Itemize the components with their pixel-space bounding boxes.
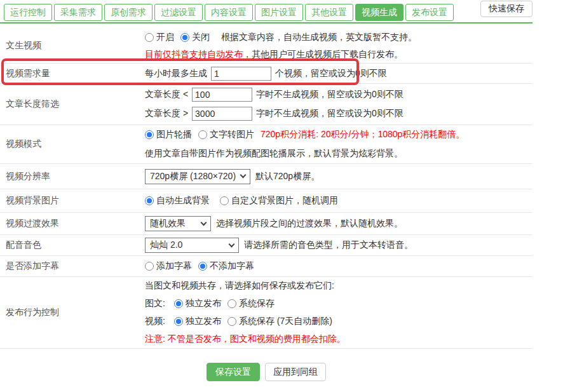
video-label: 视频: [145,316,165,327]
max-length-input[interactable] [192,107,252,121]
row-label: 视频模式 [0,139,145,150]
radio-subtitle-add[interactable]: 添加字幕 [145,260,192,272]
chevron-down-icon [240,172,247,179]
row-publish-behavior: 发布行为控制 当图文和视频共存，请选择如何保存或发布它们: 图文: 独立发布 系… [0,277,532,349]
mode-desc: 使用文章自带图片作为视频配图轮播展示，默认背景为炫彩背景。 [145,148,403,159]
demand-prefix: 每小时最多生成 [145,68,207,79]
settings-table: 文生视频 开启 关闭 根据文章内容，自动生成视频，英文版暂不支持。 目前仅抖音支… [0,29,532,349]
ttv-note-rest: ，其他用户可生成视频后下载自行发布。 [243,49,403,60]
row-label: 视频背景图片 [0,195,145,206]
row-label: 视频需求量 [0,68,145,79]
publish-intro: 当图文和视频共存，请选择如何保存或发布它们: [145,280,334,292]
quick-save-button[interactable]: 快速保存 [480,1,532,17]
ttv-note-red: 目前仅抖音支持自动发布 [145,49,243,60]
max-length-prefix: 文章长度 > [145,108,188,119]
radio-ttv-off[interactable]: 关闭 [180,32,210,43]
radio-imagetext-independent[interactable]: 独立发布 [174,298,221,309]
row-length-filter: 文章长度筛选 文章长度 < 字时不生成视频，留空或设为0则不限 文章长度 > 字… [0,84,532,125]
row-label: 配音音色 [0,240,145,251]
radio-ttv-on[interactable]: 开启 [145,32,174,43]
row-label: 视频过渡效果 [0,218,145,229]
min-length-input[interactable] [192,88,252,102]
row-video-demand: 视频需求量 每小时最多生成 个视频，留空或设为0则不限 [0,64,532,84]
max-length-suffix: 字时不生成视频，留空或设为0则不限 [256,108,404,119]
radio-bg-auto[interactable]: 自动生成背景 [145,195,210,206]
radio-mode-text2img[interactable]: 文字转图片 [198,129,254,140]
tab-bar: 运行控制 采集需求 原创需求 过滤设置 内容设置 图片设置 其他设置 视频生成 … [0,0,532,24]
demand-suffix: 个视频，留空或设为0则不限 [275,68,387,79]
radio-mode-carousel[interactable]: 图片轮播 [145,129,192,140]
transition-desc: 选择视频片段之间的过渡效果，默认随机效果。 [216,218,403,229]
footer-actions: 保存设置 应用到同组 [0,363,532,381]
radio-video-independent[interactable]: 独立发布 [174,316,221,327]
apply-to-group-button[interactable]: 应用到同组 [265,363,326,381]
radio-imagetext-systemsave[interactable]: 系统保存 [227,298,275,309]
mode-cost-note: 720p积分消耗: 20积分/分钟；1080p积分消耗翻倍。 [261,129,465,140]
radio-dot-icon[interactable] [174,299,183,308]
radio-circle-icon[interactable] [227,299,236,308]
tab-run-control[interactable]: 运行控制 [4,4,52,21]
row-subtitle: 是否添加字幕 添加字幕 不添加字幕 [0,256,532,277]
row-label: 发布行为控制 [0,307,145,318]
save-settings-button[interactable]: 保存设置 [207,363,260,381]
radio-dot-icon[interactable] [180,33,189,42]
radio-circle-icon[interactable] [145,262,154,271]
row-transition: 视频过渡效果 随机效果 选择视频片段之间的过渡效果，默认随机效果。 [0,213,532,235]
radio-bg-custom[interactable]: 自定义背景图片，随机调用 [220,195,338,206]
tab-list: 运行控制 采集需求 原创需求 过滤设置 内容设置 图片设置 其他设置 视频生成 … [0,4,532,21]
tab-collect-demand[interactable]: 采集需求 [54,4,102,21]
row-video-mode: 视频模式 图片轮播 文字转图片 720p积分消耗: 20积分/分钟；1080p积… [0,125,532,164]
tab-filter-settings[interactable]: 过滤设置 [154,4,203,21]
radio-dot-icon[interactable] [145,130,154,139]
demand-input[interactable] [211,67,271,81]
publish-warning: 注意: 不管是否发布，图文和视频的费用都会扣除。 [145,334,346,345]
chevron-down-icon [201,219,207,226]
row-text-to-video: 文生视频 开启 关闭 根据文章内容，自动生成视频，英文版暂不支持。 目前仅抖音支… [0,29,532,64]
radio-dot-icon[interactable] [198,262,207,271]
min-length-prefix: 文章长度 < [145,89,188,100]
resolution-select[interactable]: 720p横屏 (1280×720) [145,169,250,184]
row-resolution: 视频分辨率 720p横屏 (1280×720) 默认720p横屏。 [0,164,532,189]
transition-select[interactable]: 随机效果 [145,216,211,231]
tab-other-settings[interactable]: 其他设置 [305,4,353,21]
tab-original-demand[interactable]: 原创需求 [104,4,153,21]
radio-circle-icon[interactable] [227,317,236,326]
chevron-down-icon [229,241,235,247]
radio-circle-icon[interactable] [198,130,207,139]
min-length-suffix: 字时不生成视频，留空或设为0则不限 [256,89,404,100]
tab-video-generation[interactable]: 视频生成 [355,4,404,21]
imagetext-label: 图文: [145,298,165,309]
row-label: 文生视频 [0,40,145,51]
row-voice: 配音音色 灿灿 2.0 请选择所需的音色类型，用于文本转语音。 [0,235,532,256]
ttv-desc: 根据文章内容，自动生成视频，英文版暂不支持。 [221,32,417,43]
tab-content-settings[interactable]: 内容设置 [205,4,253,21]
radio-video-systemsave[interactable]: 系统保存 (7天自动删除) [227,316,332,327]
radio-dot-icon[interactable] [145,196,154,205]
voice-desc: 请选择所需的音色类型，用于文本转语音。 [244,240,413,251]
video-generation-settings-page: 运行控制 采集需求 原创需求 过滤设置 内容设置 图片设置 其他设置 视频生成 … [0,0,563,392]
row-background: 视频背景图片 自动生成背景 自定义背景图片，随机调用 [0,189,532,213]
row-label: 视频分辨率 [0,171,145,182]
radio-subtitle-none[interactable]: 不添加字幕 [198,260,254,272]
radio-dot-icon[interactable] [174,317,183,326]
row-label: 是否添加字幕 [0,260,145,272]
resolution-desc: 默认720p横屏。 [255,171,320,182]
tab-image-settings[interactable]: 图片设置 [255,4,303,21]
radio-circle-icon[interactable] [145,33,154,42]
tab-publish-settings[interactable]: 发布设置 [405,4,454,21]
voice-select[interactable]: 灿灿 2.0 [145,238,239,253]
row-label: 文章长度筛选 [0,98,145,110]
radio-circle-icon[interactable] [220,196,229,205]
